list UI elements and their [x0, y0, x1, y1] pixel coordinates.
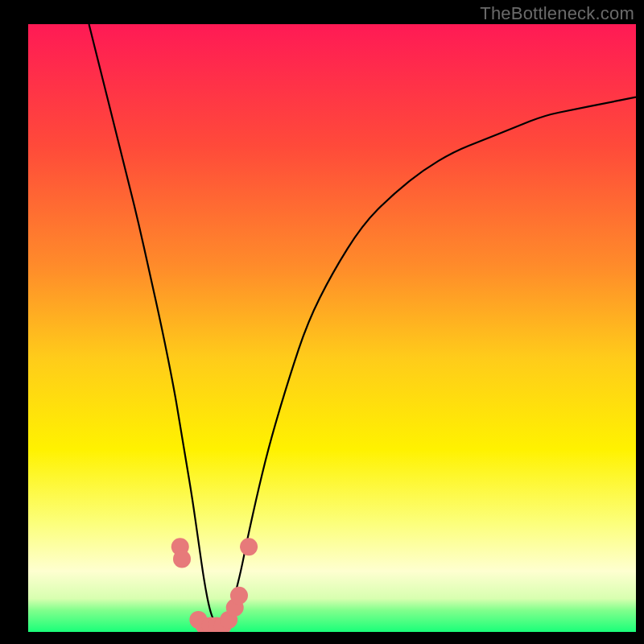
highlight-marker — [240, 538, 258, 555]
chart-svg — [28, 24, 636, 632]
highlight-marker — [173, 550, 191, 568]
watermark-text: TheBottleneck.com — [480, 3, 634, 24]
chart-plot-area — [28, 24, 636, 632]
highlight-marker — [230, 587, 248, 605]
